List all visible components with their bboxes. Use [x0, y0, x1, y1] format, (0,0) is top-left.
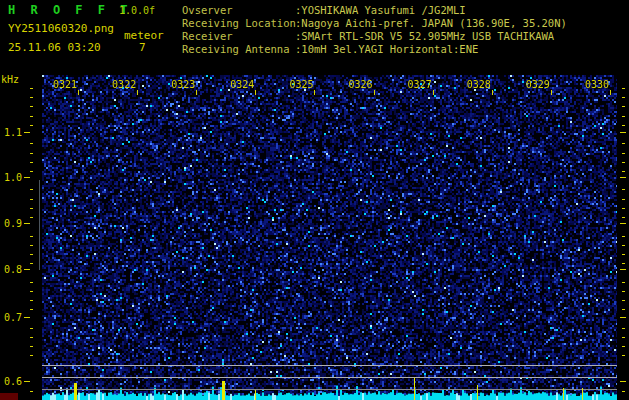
y-major-tick-right — [620, 317, 626, 318]
app-title: H R O F F T — [8, 3, 131, 17]
time-label: 0325 — [289, 79, 313, 90]
y-axis-label: 1.1 — [4, 127, 22, 138]
time-tick — [196, 90, 197, 95]
y-minor-tick — [30, 391, 33, 392]
reference-line — [42, 377, 617, 378]
y-axis-label: 0.6 — [4, 376, 22, 387]
y-minor-tick — [30, 291, 33, 292]
y-minor-tick — [30, 88, 33, 89]
time-tick — [314, 90, 315, 95]
y-minor-tick-right — [622, 208, 625, 209]
y-major-tick — [24, 381, 30, 382]
info-row: Ovserver:YOSHIKAWA Yasufumi /JG2MLI — [182, 4, 567, 17]
y-minor-tick — [30, 143, 33, 144]
y-minor-tick-right — [622, 143, 625, 144]
y-major-tick-right — [620, 132, 626, 133]
y-major-tick-right — [620, 223, 626, 224]
y-minor-tick-right — [622, 309, 625, 310]
time-label: 0322 — [112, 79, 136, 90]
y-major-tick — [24, 223, 30, 224]
info-row: Receiving Location:Nagoya Aichi-pref. JA… — [182, 17, 567, 30]
y-major-tick-right — [620, 177, 626, 178]
time-tick — [374, 90, 375, 95]
y-minor-tick-right — [622, 300, 625, 301]
observer-info-block: Ovserver:YOSHIKAWA Yasufumi /JG2MLIRecei… — [182, 4, 567, 56]
time-tick — [492, 90, 493, 95]
meteor-echo-marker — [563, 388, 564, 400]
y-minor-tick — [30, 199, 33, 200]
hrofft-spectrogram-image: H R O F F T 1.0.0f YY2511060320.png mete… — [0, 0, 629, 400]
y-minor-tick — [30, 309, 33, 310]
y-minor-tick — [30, 116, 33, 117]
y-minor-tick-right — [622, 346, 625, 347]
y-major-tick — [24, 269, 30, 270]
time-label: 0321 — [53, 79, 77, 90]
y-minor-tick-right — [622, 88, 625, 89]
info-row-value: :10mH 3el.YAGI Horizontal:ENE — [295, 43, 478, 55]
y-minor-tick-right — [622, 337, 625, 338]
info-row-label: Ovserver — [182, 4, 295, 17]
y-minor-tick-right — [622, 116, 625, 117]
time-label: 0327 — [408, 79, 432, 90]
time-label: 0329 — [526, 79, 550, 90]
meteor-echo-marker — [222, 381, 225, 400]
y-minor-tick-right — [622, 125, 625, 126]
y-major-tick — [24, 132, 30, 133]
y-minor-tick-right — [622, 153, 625, 154]
y-minor-tick-right — [622, 245, 625, 246]
time-label: 0323 — [171, 79, 195, 90]
y-minor-tick — [30, 300, 33, 301]
info-row: Receiver:SMArt RTL-SDR V5 52.905MHz USB … — [182, 30, 567, 43]
time-tick — [610, 90, 611, 95]
y-minor-tick-right — [622, 328, 625, 329]
y-minor-tick — [30, 125, 33, 126]
y-minor-tick — [30, 337, 33, 338]
time-label: 0330 — [585, 79, 609, 90]
time-tick — [255, 90, 256, 95]
y-minor-tick — [30, 254, 33, 255]
y-minor-tick-right — [622, 171, 625, 172]
meteor-count: 7 — [139, 41, 146, 54]
y-minor-tick-right — [622, 189, 625, 190]
y-minor-tick — [30, 162, 33, 163]
meteor-echo-marker — [74, 383, 77, 400]
app-version: 1.0.0f — [119, 5, 155, 16]
y-minor-tick — [30, 346, 33, 347]
info-row-value: :YOSHIKAWA Yasufumi /JG2MLI — [295, 4, 466, 16]
y-minor-tick — [30, 263, 33, 264]
y-minor-tick — [30, 189, 33, 190]
y-minor-tick-right — [622, 106, 625, 107]
y-minor-tick-right — [622, 236, 625, 237]
y-minor-tick-right — [622, 199, 625, 200]
corner-red-block — [0, 393, 18, 400]
y-minor-tick-right — [622, 355, 625, 356]
info-row-value: :SMArt RTL-SDR V5 52.905MHz USB TACHIKAW… — [295, 30, 554, 42]
meteor-echo-marker — [414, 378, 415, 400]
meteor-echo-marker — [255, 390, 256, 400]
meteor-echo-marker — [582, 388, 583, 400]
info-row: Receiving Antenna:10mH 3el.YAGI Horizont… — [182, 43, 567, 56]
time-tick — [137, 90, 138, 95]
y-minor-tick — [30, 171, 33, 172]
y-major-tick-right — [620, 269, 626, 270]
y-minor-tick-right — [622, 97, 625, 98]
y-minor-tick-right — [622, 263, 625, 264]
y-minor-tick-right — [622, 162, 625, 163]
time-tick — [433, 90, 434, 95]
y-major-tick — [24, 317, 30, 318]
y-axis-label: 1.0 — [4, 172, 22, 183]
y-axis-label: 0.7 — [4, 312, 22, 323]
y-minor-tick-right — [622, 254, 625, 255]
meteor-echo-marker — [477, 385, 478, 400]
y-axis-label: 0.8 — [4, 264, 22, 275]
info-row-value: :Nagoya Aichi-pref. JAPAN (136.90E, 35.2… — [295, 17, 567, 29]
y-minor-tick — [30, 208, 33, 209]
y-axis-label: 0.9 — [4, 218, 22, 229]
edge-artifact-line — [39, 180, 40, 270]
y-minor-tick — [30, 236, 33, 237]
time-label: 0326 — [349, 79, 373, 90]
y-minor-tick — [30, 245, 33, 246]
y-minor-tick-right — [622, 282, 625, 283]
time-tick — [551, 90, 552, 95]
y-minor-tick-right — [622, 291, 625, 292]
